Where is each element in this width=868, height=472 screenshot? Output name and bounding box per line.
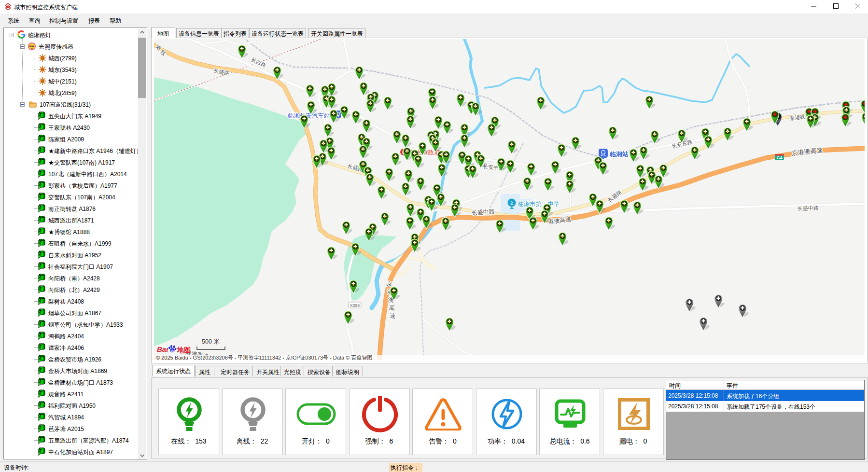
svg-text:临湘站: 临湘站 xyxy=(610,151,629,158)
svg-text:长盛中路: 长盛中路 xyxy=(797,205,819,211)
svg-text:地图: 地图 xyxy=(177,346,191,354)
svg-text:临湘长安汽车站: 临湘长安汽车站 xyxy=(288,112,330,119)
svg-text:临湘市第一中学: 临湘市第一中学 xyxy=(518,201,560,208)
svg-text:文: 文 xyxy=(510,201,514,206)
svg-text:G4: G4 xyxy=(776,155,782,160)
svg-text:500 米: 500 米 xyxy=(202,338,220,345)
svg-text:高: 高 xyxy=(389,305,395,312)
svg-text:© 2025 Baidu - GS(2023)3206号 -: © 2025 Baidu - GS(2023)3206号 - 甲测资字11111… xyxy=(156,355,372,360)
svg-text:京: 京 xyxy=(386,280,392,288)
svg-text:du: du xyxy=(170,349,175,352)
svg-text:Baı: Baı xyxy=(157,345,168,353)
svg-text:X089: X089 xyxy=(350,303,360,308)
svg-text:速: 速 xyxy=(390,312,396,319)
